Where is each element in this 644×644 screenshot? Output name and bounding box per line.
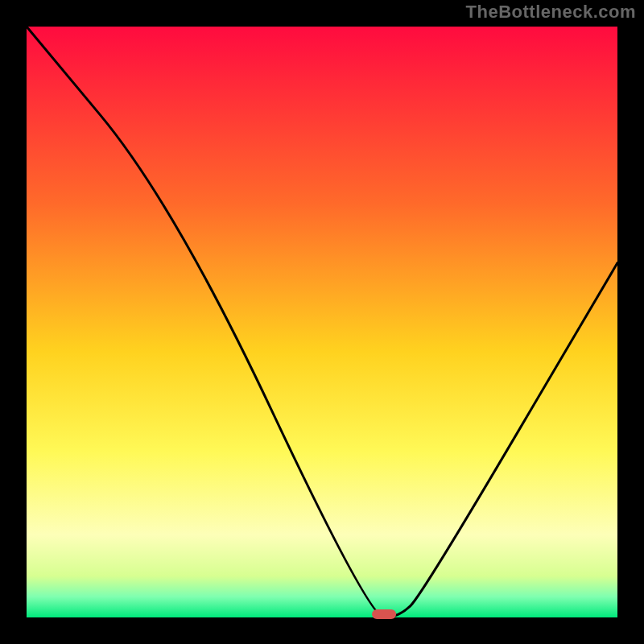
bottleneck-chart: TheBottleneck.com [0,0,644,644]
chart-svg [0,0,644,644]
optimal-marker [372,609,396,619]
plot-area [27,27,617,617]
watermark-text: TheBottleneck.com [466,2,636,23]
